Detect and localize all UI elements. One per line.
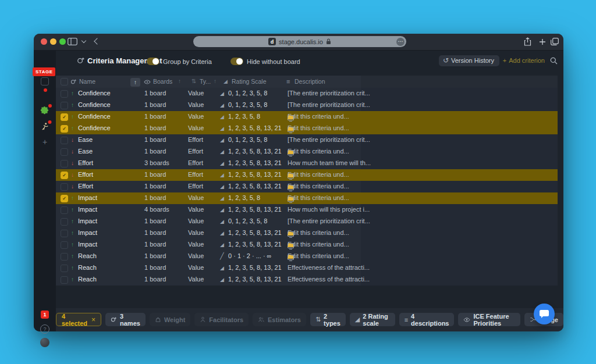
table-row[interactable]: ↑ Impact 1 board Value ◢ 1, 2, 3, 5, 8, … xyxy=(56,227,558,239)
row-checkbox[interactable]: ✓ xyxy=(61,172,68,179)
2-types-chip[interactable]: ⇅2 types xyxy=(310,313,346,326)
criterion-name[interactable]: Confidence xyxy=(78,124,111,131)
criterion-name[interactable]: Impact xyxy=(78,241,97,248)
hide-without-board-toggle[interactable] xyxy=(230,58,243,65)
table-row[interactable]: ↑ Impact 1 board Value ◢ 0, 1, 2, 3, 5, … xyxy=(56,216,558,227)
name-sort-button[interactable]: ↑ xyxy=(130,78,140,87)
2-rating-scale-chip[interactable]: ◢2 Rating scale xyxy=(350,313,395,326)
row-checkbox[interactable] xyxy=(61,148,68,156)
table-row[interactable]: ↑ Confidence 1 board Value ◢ 0, 1, 2, 3,… xyxy=(56,88,558,99)
type-sort-icon[interactable]: ↑ xyxy=(214,78,217,84)
version-history-button[interactable]: ↺Version History xyxy=(439,55,499,66)
row-checkbox[interactable]: ✓ xyxy=(61,113,68,121)
chevron-down-icon[interactable] xyxy=(81,38,86,43)
row-checkbox[interactable] xyxy=(61,90,68,98)
3-names-chip[interactable]: 3 names xyxy=(105,313,146,326)
row-checkbox[interactable]: ✓ xyxy=(61,125,68,133)
rating-scale-icon: ◢ xyxy=(220,126,224,131)
facilitators-chip[interactable]: Facilitators xyxy=(194,313,249,326)
table-row[interactable]: ↑ Impact 4 boards Value ◢ 1, 2, 3, 5, 8,… xyxy=(56,204,558,216)
table-row[interactable]: ✓ ↑ Confidence 1 board Value ◢ 1, 2, 3, … xyxy=(56,123,558,134)
table-row[interactable]: ↓ Effort 1 board Effort ◢ 1, 2, 3, 5, 8,… xyxy=(56,181,558,192)
criterion-name[interactable]: Effort xyxy=(78,159,93,166)
4-selected-chip[interactable]: 4 selected× xyxy=(56,313,101,326)
column-header-rating[interactable]: Rating Scale xyxy=(232,78,267,85)
table-row[interactable]: ✓ ↑ Confidence 1 board Value ◢ 1, 2, 3, … xyxy=(56,111,558,123)
row-checkbox[interactable] xyxy=(61,230,68,237)
table-row[interactable]: ✓ ↓ Effort 1 board Effort ◢ 1, 2, 3, 5, … xyxy=(56,169,558,181)
row-checkbox[interactable] xyxy=(61,265,68,272)
criterion-name[interactable]: Confidence xyxy=(78,90,111,97)
close-icon[interactable]: × xyxy=(91,316,95,324)
chat-widget-button[interactable] xyxy=(534,304,555,324)
ice-feature-priorities-chip[interactable]: ICE Feature Priorities xyxy=(458,313,520,326)
table-row[interactable]: ↑ Confidence 1 board Value ◢ 0, 1, 2, 3,… xyxy=(56,99,558,111)
notification-badge[interactable]: 1 xyxy=(41,311,49,319)
workspace-logo-icon[interactable] xyxy=(41,77,49,85)
estimators-chip[interactable]: Estimators xyxy=(253,313,306,326)
column-header-description[interactable]: Description xyxy=(295,78,325,85)
activity-runner-icon[interactable] xyxy=(41,122,49,133)
add-criterion-button[interactable]: +Add criterion xyxy=(503,57,545,64)
row-checkbox[interactable] xyxy=(61,218,68,226)
table-row[interactable]: ↓ Ease 1 board Effort ◢ 0, 1, 2, 3, 5, 8… xyxy=(56,134,558,146)
row-checkbox[interactable] xyxy=(61,102,68,109)
integrations-puzzle-icon[interactable] xyxy=(40,106,49,117)
chart-icon: ◢ xyxy=(355,316,360,323)
row-checkbox[interactable] xyxy=(61,183,68,191)
criterion-name[interactable]: Impact xyxy=(78,206,97,213)
user-avatar[interactable] xyxy=(40,338,49,347)
column-header-name[interactable]: Name xyxy=(79,78,95,85)
criterion-name[interactable]: Confidence xyxy=(78,101,111,108)
criterion-name[interactable]: Reach xyxy=(78,276,97,283)
column-header-type[interactable]: Ty... xyxy=(200,78,211,85)
help-icon[interactable]: ? xyxy=(40,324,49,334)
column-header-boards[interactable]: Boards xyxy=(153,78,172,85)
criterion-name[interactable]: Impact xyxy=(78,194,97,201)
criterion-name[interactable]: Reach xyxy=(78,264,97,271)
criterion-name[interactable]: Impact xyxy=(78,217,97,224)
row-checkbox[interactable] xyxy=(61,241,68,249)
table-row[interactable]: ✓ ↑ Impact 1 board Value ◢ 1, 2, 3, 5, 8… xyxy=(56,192,558,204)
row-checkbox[interactable] xyxy=(61,276,68,284)
table-row[interactable]: ↓ Ease 1 board Effort ◢ 1, 2, 3, 5, 8, 1… xyxy=(56,146,558,158)
address-bar[interactable]: d stage.ducalis.io ⋯ xyxy=(193,36,406,47)
table-row[interactable]: ↑ Impact 1 board Value ◢ 1, 2, 3, 5, 8, … xyxy=(56,239,558,251)
select-all-checkbox[interactable] xyxy=(61,78,68,85)
row-checkbox[interactable]: ✓ xyxy=(61,195,68,202)
criterion-rating-scale: 1, 2, 3, 5, 8, 13, 21 xyxy=(228,171,282,178)
table-row[interactable]: ↓ Effort 3 boards Effort ◢ 1, 2, 3, 5, 8… xyxy=(56,158,558,169)
new-tab-icon[interactable] xyxy=(539,38,546,45)
tab-overview-icon[interactable] xyxy=(551,38,559,45)
add-workspace-icon[interactable]: + xyxy=(42,137,47,147)
criterion-name[interactable]: Ease xyxy=(78,136,93,143)
close-window-button[interactable] xyxy=(41,38,47,45)
weight-chip[interactable]: Weight xyxy=(150,313,190,326)
back-button[interactable] xyxy=(94,38,100,44)
criterion-name[interactable]: Effort xyxy=(78,183,93,190)
row-checkbox[interactable] xyxy=(61,137,68,144)
zoom-window-button[interactable] xyxy=(59,38,66,45)
search-icon[interactable] xyxy=(550,57,558,65)
criterion-name[interactable]: Reach xyxy=(78,252,97,259)
group-by-criteria-label: Group by Criteria xyxy=(163,58,212,65)
row-checkbox[interactable] xyxy=(61,253,68,260)
sidebar-panel-icon[interactable] xyxy=(68,38,77,45)
boards-sort-icon[interactable]: ↑ xyxy=(178,78,181,84)
row-checkbox[interactable] xyxy=(61,160,68,167)
criterion-rating-scale: 1, 2, 3, 5, 8, 13, 21 xyxy=(228,148,282,155)
table-row[interactable]: ↑ Reach 1 board Value ◢ 1, 2, 3, 5, 8, 1… xyxy=(56,262,558,274)
table-row[interactable]: ↑ Reach 1 board Value ╱ 0 · 1 · 2 · ... … xyxy=(56,251,558,262)
4-descriptions-chip[interactable]: ≡4 descriptions xyxy=(399,313,455,326)
criterion-name[interactable]: Ease xyxy=(78,148,93,155)
table-row[interactable]: ↑ Reach 1 board Value ◢ 1, 2, 3, 5, 8, 1… xyxy=(56,274,558,286)
criterion-name[interactable]: Effort xyxy=(78,171,93,178)
group-by-criteria-toggle[interactable] xyxy=(147,58,159,65)
criterion-type: Effort xyxy=(188,171,203,178)
row-checkbox[interactable] xyxy=(61,206,68,214)
page-actions-button[interactable]: ⋯ xyxy=(396,38,405,46)
criterion-name[interactable]: Impact xyxy=(78,229,97,236)
share-icon[interactable] xyxy=(524,37,531,46)
minimize-window-button[interactable] xyxy=(50,38,56,45)
criterion-name[interactable]: Confidence xyxy=(78,113,111,120)
